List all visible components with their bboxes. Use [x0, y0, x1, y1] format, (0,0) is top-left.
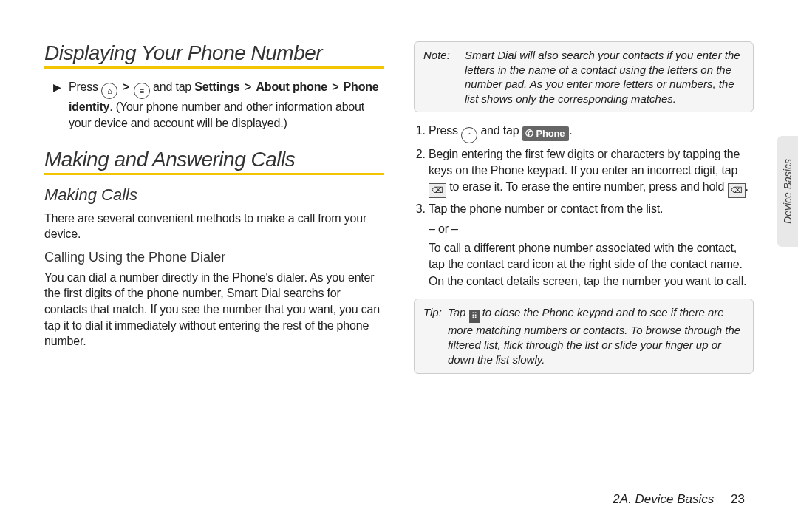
phone-app-button: ✆ Phone [522, 126, 570, 141]
note-body: Smart Dial will also search your contact… [465, 48, 744, 106]
triangle-bullet-icon: ▶ [53, 81, 61, 132]
text: . [569, 124, 572, 137]
paragraph: You can dial a number directly in the Ph… [44, 270, 384, 349]
note-label: Note: [423, 48, 457, 106]
left-column: Displaying Your Phone Number ▶ Press ⌂ >… [44, 41, 384, 502]
text: Press [69, 81, 101, 93]
note-box: Note: Smart Dial will also search your c… [414, 41, 754, 112]
instruction-bullet: ▶ Press ⌂ > ≡ and tap Settings > About p… [53, 79, 384, 132]
tip-label: Tip: [423, 305, 442, 367]
step-3: Tap the phone number or contact from the… [429, 201, 754, 290]
subheading-phone-dialer: Calling Using the Phone Dialer [44, 250, 384, 265]
rule [44, 173, 384, 175]
rule [44, 66, 384, 69]
phone-handset-icon: ✆ [525, 127, 533, 140]
text: Tap [448, 306, 469, 318]
footer-page-number: 23 [731, 492, 745, 506]
step-2: Begin entering the first few digits or c… [429, 146, 754, 198]
erase-key-icon: ⌫ [429, 183, 446, 198]
subheading-making-calls: Making Calls [44, 185, 384, 205]
paragraph: There are several convenient methods to … [44, 211, 384, 242]
heading-display-number: Displaying Your Phone Number [44, 41, 384, 65]
path-about-phone: About phone [256, 81, 327, 93]
page-footer: 2A. Device Basics 23 [613, 492, 745, 507]
text: To call a different phone number associa… [429, 242, 746, 287]
path-settings: Settings [194, 81, 240, 93]
menu-key-icon: ≡ [134, 83, 150, 99]
home-key-icon: ⌂ [461, 127, 477, 143]
heading-making-answering: Making and Answering Calls [44, 148, 384, 171]
text: Begin entering the first few digits or c… [429, 148, 740, 177]
gt: > [120, 81, 130, 93]
text: . (Your phone number and other informati… [69, 100, 364, 129]
tip-box: Tip: Tap ⠿ to close the Phone keypad and… [414, 299, 754, 374]
footer-chapter: 2A. Device Basics [613, 492, 714, 506]
text: to erase it. To erase the entire number,… [449, 180, 727, 193]
text: and tap [480, 124, 522, 137]
text: Tap the phone number or contact from the… [429, 202, 663, 215]
section-tab: Device Basics [777, 136, 798, 247]
text: and tap [153, 81, 194, 93]
step-1: Press ⌂ and tap ✆ Phone . [429, 123, 754, 143]
home-key-icon: ⌂ [101, 83, 117, 99]
or-divider: – or – [429, 221, 754, 237]
gt: > [330, 81, 340, 93]
text: . [746, 180, 748, 193]
right-column: Note: Smart Dial will also search your c… [414, 41, 754, 502]
gt: > [243, 81, 253, 93]
erase-key-icon: ⌫ [728, 183, 746, 198]
section-tab-label: Device Basics [782, 159, 794, 224]
steps-list: Press ⌂ and tap ✆ Phone . Begin entering… [414, 123, 754, 290]
keypad-icon: ⠿ [469, 310, 480, 323]
tip-body: to close the Phone keypad and to see if … [448, 306, 740, 366]
text: Press [429, 124, 461, 137]
phone-label: Phone [536, 127, 565, 140]
